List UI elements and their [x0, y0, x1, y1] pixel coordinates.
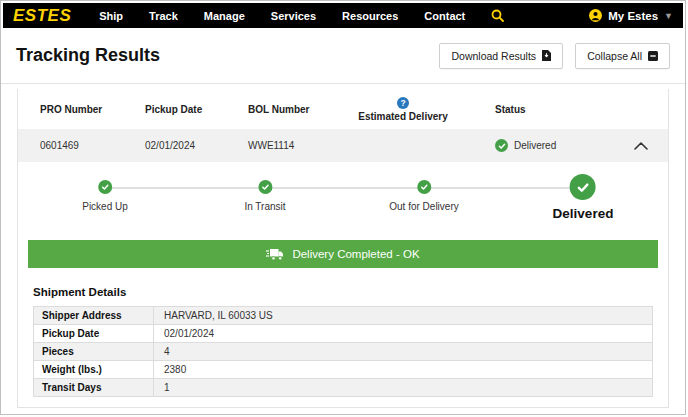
nav-item-services[interactable]: Services	[271, 10, 316, 22]
step-label: Out for Delivery	[389, 201, 458, 212]
banner-text: Delivery Completed - OK	[292, 248, 419, 260]
check-circle-icon	[570, 174, 596, 200]
page-header: Tracking Results Download Results Collap…	[1, 28, 685, 84]
step-label-current: Delivered	[553, 206, 614, 221]
cell-bol-number: WWE1114	[248, 140, 355, 151]
detail-value: 02/01/2024	[154, 325, 653, 343]
detail-value: HARVARD, IL 60033 US	[154, 307, 653, 325]
table-row: Weight (lbs.) 2380	[34, 361, 653, 379]
truck-icon	[266, 248, 284, 261]
shipment-details-table: Shipper Address HARVARD, IL 60033 US Pic…	[33, 306, 653, 397]
file-download-icon	[542, 50, 551, 61]
download-results-label: Download Results	[451, 50, 536, 62]
estes-logo[interactable]: ESTES	[13, 6, 71, 26]
column-status: Status	[495, 104, 627, 115]
table-row[interactable]: 0601469 02/01/2024 WWE1114 Delivered	[18, 129, 668, 162]
cell-pro-number: 0601469	[40, 140, 145, 151]
detail-label: Shipper Address	[34, 307, 154, 325]
page: ESTES Ship Track Manage Services Resourc…	[0, 0, 686, 415]
check-circle-icon	[258, 180, 272, 194]
table-row: Shipper Address HARVARD, IL 60033 US	[34, 307, 653, 325]
detail-label: Transit Days	[34, 379, 154, 397]
tracking-result-card: PRO Number Pickup Date BOL Number ? Esti…	[17, 89, 669, 408]
detail-label: Pickup Date	[34, 325, 154, 343]
step-picked-up: Picked Up	[82, 180, 128, 212]
step-in-transit: In Transit	[244, 180, 285, 212]
step-out-for-delivery: Out for Delivery	[389, 180, 458, 212]
page-title: Tracking Results	[16, 45, 160, 66]
download-results-button[interactable]: Download Results	[439, 43, 563, 69]
nav-item-ship[interactable]: Ship	[99, 10, 123, 22]
column-pro-number: PRO Number	[40, 104, 145, 115]
nav-item-resources[interactable]: Resources	[342, 10, 398, 22]
collapse-all-button[interactable]: Collapse All	[575, 43, 670, 69]
detail-value: 4	[154, 343, 653, 361]
collapse-minus-icon	[648, 51, 658, 61]
check-circle-icon	[98, 180, 112, 194]
my-estes-label: My Estes	[608, 10, 658, 22]
help-icon[interactable]: ?	[397, 97, 409, 109]
shipment-details-title: Shipment Details	[33, 286, 653, 298]
header-buttons: Download Results Collapse All	[439, 43, 670, 69]
my-estes-menu[interactable]: My Estes ▼	[589, 9, 673, 22]
user-icon	[589, 9, 602, 22]
detail-value: 1	[154, 379, 653, 397]
step-label: In Transit	[244, 201, 285, 212]
status-badge: Delivered	[495, 139, 627, 152]
cell-pickup-date: 02/01/2024	[145, 140, 248, 151]
chevron-down-icon: ▼	[664, 11, 673, 21]
shipment-details: Shipment Details Shipper Address HARVARD…	[18, 280, 668, 407]
check-circle-icon	[417, 180, 431, 194]
progress-tracker: Picked Up In Transit Out for Delivery	[18, 162, 668, 232]
table-row: Pieces 4	[34, 343, 653, 361]
results-table-header: PRO Number Pickup Date BOL Number ? Esti…	[18, 89, 668, 129]
table-row: Transit Days 1	[34, 379, 653, 397]
progress-line	[105, 187, 583, 189]
step-delivered: Delivered	[553, 174, 614, 221]
search-icon[interactable]	[491, 9, 504, 22]
nav-item-contact[interactable]: Contact	[424, 10, 465, 22]
collapse-row-button[interactable]	[634, 142, 668, 150]
collapse-all-label: Collapse All	[587, 50, 642, 62]
step-label: Picked Up	[82, 201, 128, 212]
detail-label: Pieces	[34, 343, 154, 361]
column-pickup-date: Pickup Date	[145, 104, 248, 115]
chevron-up-icon	[634, 142, 648, 150]
nav-item-track[interactable]: Track	[149, 10, 178, 22]
column-estimated-delivery: ? Estimated Delivery	[355, 97, 451, 122]
column-bol-number: BOL Number	[248, 104, 355, 115]
delivery-status-banner: Delivery Completed - OK	[28, 240, 658, 268]
status-label: Delivered	[514, 140, 556, 151]
nav-item-manage[interactable]: Manage	[204, 10, 245, 22]
table-row: Pickup Date 02/01/2024	[34, 325, 653, 343]
top-nav: ESTES Ship Track Manage Services Resourc…	[3, 3, 683, 28]
detail-label: Weight (lbs.)	[34, 361, 154, 379]
check-circle-icon	[495, 139, 508, 152]
detail-value: 2380	[154, 361, 653, 379]
